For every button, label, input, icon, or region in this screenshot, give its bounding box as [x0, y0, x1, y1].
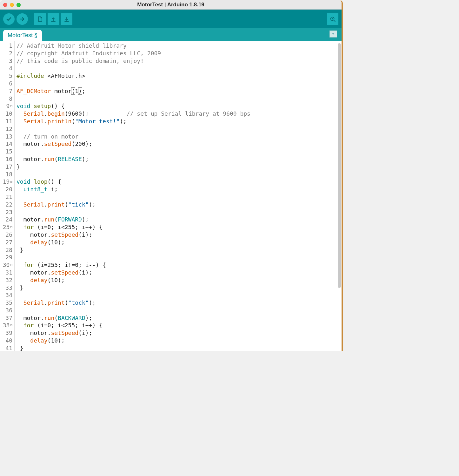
upload-button[interactable] [17, 13, 28, 25]
file-icon [37, 16, 43, 23]
code-line[interactable]: } [17, 284, 342, 292]
serial-monitor-button[interactable] [327, 13, 338, 25]
code-line[interactable] [17, 193, 342, 201]
line-number: 14 [0, 140, 12, 148]
line-number: 20 [0, 186, 12, 193]
line-number: 10 [0, 110, 12, 118]
code-line[interactable]: delay(10); [17, 239, 342, 246]
line-number: 37 [0, 314, 12, 322]
arduino-ide-window: MotorTest | Arduino 1.8.19 MotorTest § 1… [0, 0, 343, 351]
line-number: 29 [0, 254, 12, 261]
tab-motortest[interactable]: MotorTest § [3, 30, 42, 41]
line-number-gutter: 123456789⊟10111213141516171819⊟202122232… [0, 41, 15, 351]
serial-monitor-icon [329, 16, 336, 23]
line-number: 23 [0, 208, 12, 216]
code-line[interactable]: void setup() { [17, 102, 342, 110]
code-line[interactable]: // Adafruit Motor shield library [17, 42, 342, 50]
line-number: 4 [0, 65, 12, 72]
line-number: 28 [0, 246, 12, 254]
code-line[interactable]: } [17, 344, 342, 351]
code-line[interactable]: for (i=0; i<255; i++) { [17, 223, 342, 231]
code-line[interactable]: motor.run(BACKWARD); [17, 314, 342, 322]
line-number: 24 [0, 216, 12, 223]
code-line[interactable]: motor.setSpeed(200); [17, 140, 342, 148]
line-number: 13 [0, 133, 12, 140]
tab-bar: MotorTest § [0, 28, 342, 41]
code-line[interactable]: motor.run(RELEASE); [17, 155, 342, 163]
code-line[interactable]: for (i=255; i!=0; i--) { [17, 261, 342, 269]
editor-area: 123456789⊟10111213141516171819⊟202122232… [0, 41, 342, 351]
code-line[interactable]: // turn on motor [17, 133, 342, 140]
code-editor[interactable]: // Adafruit Motor shield library// copyr… [15, 41, 342, 351]
open-sketch-button[interactable] [48, 13, 59, 25]
line-number: 41 [0, 344, 12, 351]
line-number: 38⊟ [0, 322, 12, 329]
line-number: 35 [0, 299, 12, 307]
code-line[interactable] [17, 208, 342, 216]
line-number: 25⊟ [0, 223, 12, 231]
line-number: 5 [0, 72, 12, 80]
arrow-right-icon [19, 16, 25, 22]
code-line[interactable] [17, 80, 342, 87]
code-line[interactable] [17, 291, 342, 299]
line-number: 32 [0, 276, 12, 284]
code-line[interactable]: uint8_t i; [17, 186, 342, 193]
code-line[interactable] [17, 254, 342, 261]
code-line[interactable]: AF_DCMotor motor(1); [17, 87, 342, 95]
code-line[interactable] [17, 148, 342, 155]
code-line[interactable]: motor.setSpeed(i); [17, 329, 342, 337]
close-button[interactable] [3, 3, 7, 7]
svg-point-1 [332, 18, 333, 19]
code-line[interactable] [17, 65, 342, 72]
line-number: 39 [0, 329, 12, 337]
code-line[interactable]: Serial.println("Motor test!"); [17, 118, 342, 125]
check-icon [6, 16, 12, 22]
line-number: 36 [0, 307, 12, 314]
code-line[interactable]: for (i=0; i<255; i++) { [17, 322, 342, 329]
line-number: 34 [0, 291, 12, 299]
code-line[interactable]: Serial.begin(9600); // set up Serial lib… [17, 110, 342, 118]
code-line[interactable] [17, 171, 342, 178]
code-line[interactable]: // this code is public domain, enjoy! [17, 57, 342, 65]
line-number: 40 [0, 337, 12, 344]
line-number: 8 [0, 95, 12, 103]
code-line[interactable]: Serial.print("tick"); [17, 201, 342, 208]
chevron-down-icon [331, 32, 335, 36]
line-number: 15 [0, 148, 12, 155]
code-line[interactable]: void loop() { [17, 178, 342, 186]
maximize-button[interactable] [17, 3, 21, 7]
new-sketch-button[interactable] [34, 13, 46, 25]
line-number: 21 [0, 193, 12, 201]
code-line[interactable]: motor.run(FORWARD); [17, 216, 342, 223]
line-number: 22 [0, 201, 12, 208]
code-line[interactable]: // copyright Adafruit Industries LLC, 20… [17, 50, 342, 57]
code-line[interactable]: motor.setSpeed(i); [17, 269, 342, 276]
code-line[interactable]: } [17, 163, 342, 171]
arrow-up-icon [50, 16, 57, 23]
line-number: 18 [0, 171, 12, 178]
code-line[interactable]: motor.setSpeed(i); [17, 231, 342, 239]
code-line[interactable] [17, 95, 342, 103]
code-line[interactable]: } [17, 246, 342, 254]
code-line[interactable]: #include <AFMotor.h> [17, 72, 342, 80]
code-line[interactable] [17, 125, 342, 133]
code-line[interactable] [17, 307, 342, 314]
toolbar [0, 10, 342, 28]
line-number: 30⊟ [0, 261, 12, 269]
window-title: MotorTest | Arduino 1.8.19 [3, 2, 338, 8]
line-number: 12 [0, 125, 12, 133]
save-sketch-button[interactable] [61, 13, 72, 25]
code-line[interactable]: Serial.print("tock"); [17, 299, 342, 307]
code-line[interactable]: delay(10); [17, 276, 342, 284]
arrow-down-icon [63, 16, 70, 23]
line-number: 2 [0, 50, 12, 57]
traffic-lights [3, 3, 21, 7]
line-number: 6 [0, 80, 12, 87]
verify-button[interactable] [3, 13, 15, 25]
vertical-scrollbar[interactable] [338, 43, 341, 288]
line-number: 3 [0, 57, 12, 65]
minimize-button[interactable] [10, 3, 14, 7]
tab-menu-dropdown[interactable] [329, 31, 337, 37]
line-number: 31 [0, 269, 12, 276]
code-line[interactable]: delay(10); [17, 337, 342, 344]
